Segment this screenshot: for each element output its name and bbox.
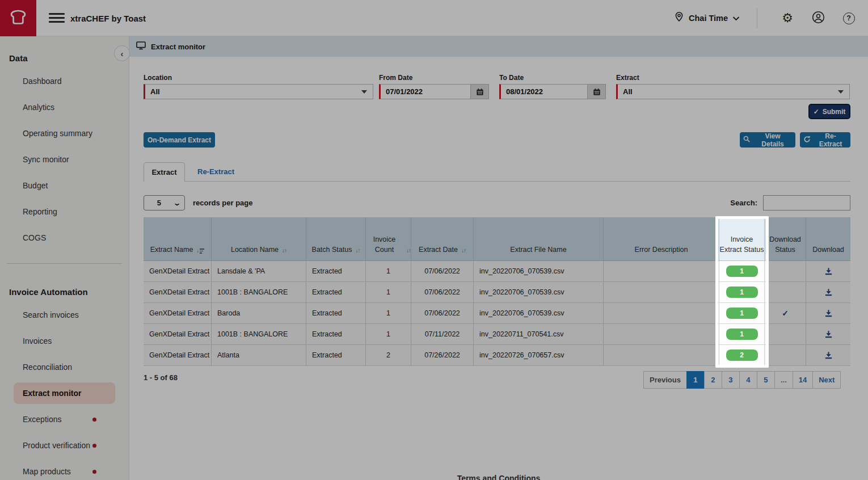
pagination-page-14-button[interactable]: 14 [793,371,813,389]
table-row[interactable]: GenXDetail Extract1001B : BANGALOREExtra… [144,282,850,303]
from-date-input[interactable]: 07/01/2022 [381,87,470,96]
toast-logo[interactable] [0,0,36,36]
tab-extract[interactable]: Extract [144,162,185,182]
calendar-icon [476,88,484,96]
records-per-page-value: 5 [144,199,174,207]
downloaded-check-icon: ✓ [782,309,789,318]
tab-re-extract[interactable]: Re-Extract [197,167,234,181]
column-header-batch-status[interactable]: Batch Status↓↑ [306,217,366,260]
column-header-invoice-count[interactable]: Invoice Count↓↑ [366,217,411,260]
cell-location-name: 1001B : BANGALORE [212,282,306,302]
cell-extract-date: 07/26/2022 [411,345,474,365]
topbar-divider [757,8,757,28]
column-header-label: Invoice Count [366,234,403,256]
column-header-location-name[interactable]: Location Name↓↑ [212,217,306,260]
cell-location-name: Baroda [212,303,306,323]
re-extract-button[interactable]: Re-Extract [800,132,850,148]
table-row[interactable]: GenXDetail Extract1001B : BANGALOREExtra… [144,324,850,345]
location-picker[interactable]: Chai Time [674,11,740,25]
chevron-down-icon: ⌄ [173,199,181,207]
column-header-download-status: Download Status [765,217,806,260]
search-icon [743,136,750,144]
table-row[interactable]: GenXDetail ExtractLansdale & 'PAExtracte… [144,261,850,282]
extract-select[interactable]: All [616,84,850,99]
pagination-previous-button[interactable]: Previous [643,371,687,389]
column-header-label: Extract Name [150,245,193,255]
sidebar-item-reconciliation[interactable]: Reconciliation [0,354,129,380]
download-icon[interactable] [824,267,833,276]
sidebar-item-dashboard[interactable]: Dashboard [0,68,129,94]
download-icon[interactable] [824,330,833,339]
toast-bread-icon [8,7,28,30]
sidebar-item-label: Budget [23,181,48,190]
to-date-input[interactable]: 08/01/2022 [501,87,587,96]
to-date-field: 08/01/2022 [499,84,606,99]
table-row[interactable]: GenXDetail ExtractAtlantaExtracted207/26… [144,345,850,366]
sidebar-collapse-button[interactable]: ‹ [114,45,130,61]
invoice-extract-status-badge: 1 [726,329,758,340]
search-input[interactable] [763,195,850,210]
monitor-icon [136,41,146,52]
sidebar-item-map-products[interactable]: Map products [0,458,129,480]
gear-icon: ⚙ [782,12,793,24]
from-date-calendar-button[interactable] [470,85,488,99]
sidebar-item-budget[interactable]: Budget [0,172,129,199]
sidebar-item-cogs[interactable]: COGS [0,225,129,251]
help-button[interactable]: ? [833,12,864,24]
sidebar-item-exceptions[interactable]: Exceptions [0,406,129,432]
cell-invoice-count: 1 [366,324,411,344]
cell-invoice-extract-status: 2 [719,345,765,365]
pagination-page-4-button[interactable]: 4 [739,371,757,389]
sidebar-item-extract-monitor[interactable]: Extract monitor [14,382,115,404]
help-icon: ? [843,12,855,24]
hamburger-menu-icon[interactable] [49,13,65,23]
sort-both-icon: ↓↑ [355,246,360,255]
sidebar-item-operating-summary[interactable]: Operating summary [0,120,129,146]
column-header-label: Error Description [635,245,688,255]
sidebar-item-invoices[interactable]: Invoices [0,328,129,354]
cell-download [806,261,850,281]
table-row[interactable]: GenXDetail ExtractBarodaExtracted107/06/… [144,303,850,324]
view-details-button[interactable]: View Details [740,132,795,148]
submit-button[interactable]: ✓ Submit [808,104,850,119]
cell-batch-status: Extracted [306,345,366,365]
pagination-page-3-button[interactable]: 3 [722,371,740,389]
pagination-next-button[interactable]: Next [812,371,841,389]
location-select[interactable]: All [144,84,373,99]
records-per-page-select[interactable]: 5 ⌄ [144,195,185,210]
select-caret-icon [361,90,367,94]
pagination-page-1-button[interactable]: 1 [686,371,705,389]
table-body: GenXDetail ExtractLansdale & 'PAExtracte… [144,261,850,366]
to-date-calendar-button[interactable] [587,85,605,99]
download-icon[interactable] [824,351,833,360]
on-demand-extract-button[interactable]: On-Demand Extract [144,132,215,148]
column-header-extract-date[interactable]: Extract Date↓↑ [411,217,474,260]
cell-download [806,303,850,323]
sidebar-item-product-verification[interactable]: Product verification [0,432,129,458]
pagination-ellipsis: ... [774,371,793,389]
terms-and-conditions-link[interactable]: Terms and Conditions [129,474,868,480]
records-per-page-label: records per page [193,199,253,207]
column-header-extract-file-name: Extract File Name [474,217,604,260]
sidebar-item-reporting[interactable]: Reporting [0,199,129,225]
from-date-field: 07/01/2022 [379,84,489,99]
cell-batch-status: Extracted [306,282,366,302]
cell-invoice-extract-status: 1 [719,261,765,281]
sidebar-item-analytics[interactable]: Analytics [0,94,129,120]
cell-extract-date: 07/11/2022 [411,324,474,344]
sidebar-item-sync-monitor[interactable]: Sync monitor [0,146,129,172]
account-button[interactable] [803,11,833,26]
notification-dot-icon [92,444,96,448]
settings-button[interactable]: ⚙ [772,12,803,24]
column-header-extract-name[interactable]: Extract Name↓ [144,217,212,260]
pagination-page-2-button[interactable]: 2 [704,371,722,389]
cell-error-description [604,282,719,302]
download-icon[interactable] [824,309,833,318]
cell-invoice-count: 1 [366,261,411,281]
download-icon[interactable] [824,288,833,297]
pagination-page-5-button[interactable]: 5 [757,371,775,389]
sidebar-item-label: Reconciliation [23,363,72,372]
table-header-row: Extract Name↓Location Name↓↑Batch Status… [144,217,850,261]
sidebar-item-search-invoices[interactable]: Search invoices [0,302,129,328]
sidebar-item-label: Search invoices [23,310,79,319]
